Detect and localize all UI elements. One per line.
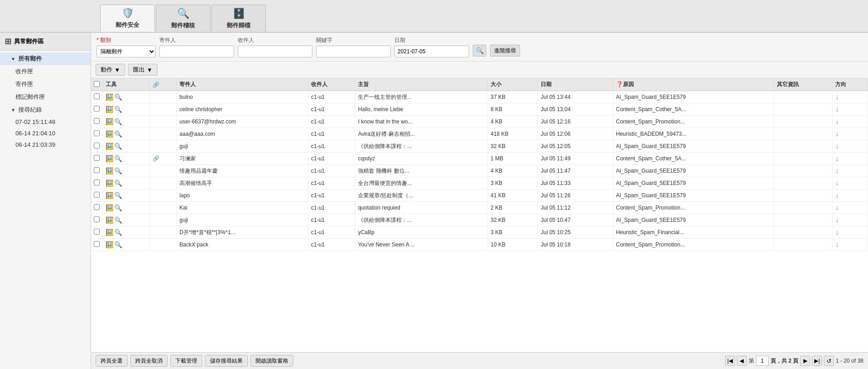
tool-icon-2[interactable]: 🔍 <box>114 155 122 162</box>
advanced-search-button[interactable]: 進階搜尋 <box>490 45 520 56</box>
tool-icon-1[interactable]: 🖼️ <box>106 106 113 113</box>
tool-icon-2[interactable]: 🔍 <box>114 118 122 125</box>
tool-icon-1[interactable]: 🖼️ <box>106 93 113 101</box>
save-search-button[interactable]: 儲存搜尋結果 <box>205 355 248 367</box>
row-checkbox[interactable] <box>91 140 103 153</box>
row-checkbox[interactable] <box>91 190 103 202</box>
row-reason: AI_Spam_Guard_5EE1E579 <box>613 91 774 103</box>
tool-icon-2[interactable]: 🔍 <box>114 229 122 236</box>
row-checkbox[interactable] <box>91 202 103 214</box>
row-size: 3 KB <box>488 226 538 239</box>
action-btn-label: 動作 <box>101 66 112 74</box>
tool-icon-1[interactable]: 🖼️ <box>106 155 113 162</box>
row-checkbox[interactable] <box>91 214 103 226</box>
sidebar-item-search-records[interactable]: ▼ 搜尋紀錄 <box>0 103 91 116</box>
sidebar-item-sr2-label: 06-14 21:04:10 <box>15 130 55 137</box>
first-page-button[interactable]: |◀ <box>725 356 735 366</box>
tool-icon-2[interactable]: 🔍 <box>114 241 122 248</box>
tool-icon-2[interactable]: 🔍 <box>114 143 122 150</box>
row-direction: ↓ <box>832 190 868 202</box>
sidebar-item-inbox[interactable]: 收件匣 <box>0 65 91 78</box>
tool-icon-2[interactable]: 🔍 <box>114 130 122 138</box>
export-button[interactable]: 匯出 ▼ <box>128 64 158 76</box>
row-date: Jul 05 12:06 <box>538 128 613 140</box>
row-checkbox[interactable] <box>91 165 103 177</box>
tool-icon-2[interactable]: 🔍 <box>114 167 122 174</box>
row-checkbox[interactable] <box>91 239 103 251</box>
direction-icon: ↓ <box>835 130 839 138</box>
tab-mail-archive[interactable]: 🗄️ 郵件歸檔 <box>211 5 266 32</box>
row-reason: Content_Spam_Cother_5A... <box>613 103 774 116</box>
row-tools: 🖼️ 🔍 <box>103 91 150 103</box>
sidebar-item-all-mail[interactable]: ▼ 所有郵件 <box>0 52 91 65</box>
row-checkbox[interactable] <box>91 153 103 165</box>
next-page-button[interactable]: ▶ <box>800 356 810 366</box>
row-sender: Kai <box>177 202 308 214</box>
tool-icon-1[interactable]: 🖼️ <box>106 204 113 211</box>
sidebar-item-outbox[interactable]: 寄件匣 <box>0 78 91 91</box>
tool-icon-2[interactable]: 🔍 <box>114 93 122 101</box>
tab-mail-audit[interactable]: 🔍 郵件稽核 <box>156 5 210 32</box>
sidebar-item-sr1[interactable]: 07-02 15:11:48 <box>0 116 91 128</box>
prev-page-button[interactable]: ◀ <box>737 356 747 366</box>
sidebar-item-sr2[interactable]: 06-14 21:04:10 <box>0 128 91 139</box>
direction-icon: ↓ <box>835 241 839 248</box>
tool-icon-2[interactable]: 🔍 <box>114 204 122 211</box>
row-other <box>774 103 832 116</box>
cross-page-select-all-button[interactable]: 跨頁全選 <box>96 355 128 367</box>
col-recipient: 收件人 <box>308 78 355 91</box>
download-manager-button[interactable]: 下載管理 <box>170 355 202 367</box>
filter-keyword-input[interactable] <box>316 46 391 57</box>
row-attachment <box>150 103 177 116</box>
table-row: 🖼️ 🔍 情趣用品週年慶 c1-u1 強精套 飛機杯 數位... 4 KB Ju… <box>91 165 868 177</box>
table-body: 🖼️ 🔍 bulno c1-u1 生产一线主管的管理... 37 KB Jul … <box>91 91 868 251</box>
tool-icon-2[interactable]: 🔍 <box>114 106 122 113</box>
tool-icon-1[interactable]: 🖼️ <box>106 241 113 248</box>
col-size: 大小 <box>488 78 538 91</box>
search-button[interactable]: 🔍 <box>473 45 486 56</box>
action-dropdown-icon: ▼ <box>114 67 120 73</box>
tool-icon-2[interactable]: 🔍 <box>114 179 122 187</box>
bottom-bar: 跨頁全選 跨頁全取消 下載管理 儲存搜尋結果 開啟讀取窗格 |◀ ◀ 第 頁，共… <box>91 352 868 369</box>
action-button[interactable]: 動作 ▼ <box>96 64 125 76</box>
sidebar-item-sr3[interactable]: 06-14 21:03:39 <box>0 139 91 150</box>
row-checkbox[interactable] <box>91 128 103 140</box>
tool-icon-1[interactable]: 🖼️ <box>106 229 113 236</box>
table-row: 🖼️ 🔍 🔗 习澜家 c1-u1 cqsdyz 1 MB Jul 05 11:4… <box>91 153 868 165</box>
tool-icon-1[interactable]: 🖼️ <box>106 143 113 150</box>
mail-security-icon: 🛡️ <box>122 7 134 19</box>
filter-recipient-input[interactable] <box>238 46 312 57</box>
row-date: Jul 05 11:12 <box>538 202 613 214</box>
cross-page-deselect-all-button[interactable]: 跨頁全取消 <box>130 355 168 367</box>
pagination-info: 1 - 20 of 38 <box>836 358 863 364</box>
select-all-checkbox[interactable] <box>94 81 100 87</box>
filter-category-select[interactable]: 隔離郵件 <box>97 46 156 57</box>
tool-icon-1[interactable]: 🖼️ <box>106 130 113 138</box>
tool-icon-1[interactable]: 🖼️ <box>106 192 113 199</box>
row-checkbox[interactable] <box>91 226 103 239</box>
tool-icon-1[interactable]: 🖼️ <box>106 167 113 174</box>
filter-sender-input[interactable] <box>159 46 234 57</box>
col-attachment: 🔗 <box>150 78 177 91</box>
row-size: 2 KB <box>488 202 538 214</box>
col-sender: 寄件人 <box>177 78 308 91</box>
tool-icon-1[interactable]: 🖼️ <box>106 118 113 125</box>
open-reader-button[interactable]: 開啟讀取窗格 <box>250 355 293 367</box>
refresh-button[interactable]: ↺ <box>824 356 834 366</box>
direction-icon: ↓ <box>835 154 839 162</box>
row-checkbox[interactable] <box>91 91 103 103</box>
page-input[interactable] <box>756 356 769 366</box>
tool-icon-2[interactable]: 🔍 <box>114 192 122 199</box>
row-date: Jul 05 12:05 <box>538 140 613 153</box>
filter-date-input[interactable] <box>394 46 469 57</box>
last-page-button[interactable]: ▶| <box>812 356 822 366</box>
sidebar-item-flagged[interactable]: 標記郵件匣 <box>0 91 91 103</box>
row-checkbox[interactable] <box>91 177 103 190</box>
tool-icon-1[interactable]: 🖼️ <box>106 216 113 224</box>
tool-icon-1[interactable]: 🖼️ <box>106 179 113 187</box>
tool-icon-2[interactable]: 🔍 <box>114 216 122 224</box>
tab-mail-security[interactable]: 🛡️ 郵件安全 <box>100 5 155 32</box>
table-row: 🖼️ 🔍 user-6637@hrdwz.com c1-u1 I know th… <box>91 116 868 128</box>
row-checkbox[interactable] <box>91 116 103 128</box>
row-checkbox[interactable] <box>91 103 103 116</box>
